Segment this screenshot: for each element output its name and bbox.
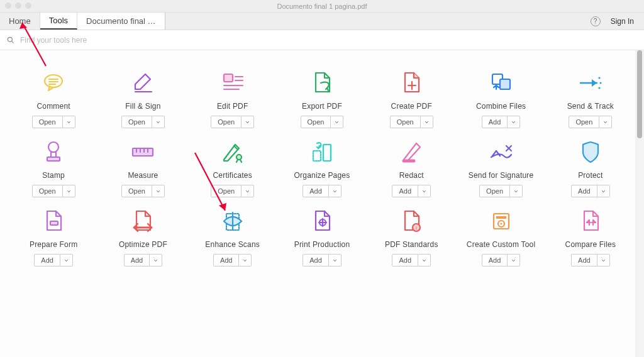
open-button[interactable]: Open xyxy=(479,185,510,197)
open-button[interactable]: Open xyxy=(211,185,242,197)
dropdown-button[interactable] xyxy=(239,254,252,266)
dropdown-button[interactable] xyxy=(421,116,433,128)
open-button[interactable]: Open xyxy=(301,116,331,128)
dropdown-button[interactable] xyxy=(510,185,523,197)
export-pdf-icon[interactable] xyxy=(308,69,336,97)
dropdown-button[interactable] xyxy=(597,185,610,197)
fill-sign-icon[interactable] xyxy=(129,69,157,97)
tool-label: Fill & Sign xyxy=(125,102,160,111)
tool-label: Create Custom Tool xyxy=(467,240,535,249)
dropdown-button[interactable] xyxy=(331,116,343,128)
add-button[interactable]: Add xyxy=(571,254,597,266)
tool-label: Protect xyxy=(578,171,602,180)
add-button[interactable]: Add xyxy=(124,254,150,266)
svg-rect-7 xyxy=(224,74,233,82)
add-button[interactable]: Add xyxy=(213,254,240,266)
svg-line-1 xyxy=(11,41,13,43)
tool-redact: Redact Add xyxy=(370,138,452,197)
dropdown-button[interactable] xyxy=(63,185,75,197)
enhance-scans-icon[interactable] xyxy=(219,207,247,235)
tool-label: Edit PDF xyxy=(217,102,248,111)
add-button[interactable]: Add xyxy=(34,254,60,266)
chevron-down-icon xyxy=(67,120,71,124)
tool-fill-sign: Fill & Sign Open xyxy=(102,69,184,128)
pdf-standards-icon[interactable]: i xyxy=(397,207,425,235)
dropdown-button[interactable] xyxy=(597,254,610,266)
open-button[interactable]: Open xyxy=(569,116,599,128)
add-button[interactable]: Add xyxy=(303,254,329,266)
dropdown-button[interactable] xyxy=(242,116,254,128)
dropdown-button[interactable] xyxy=(418,254,431,266)
svg-rect-24 xyxy=(133,148,153,156)
sign-in-button[interactable]: Sign In xyxy=(611,17,634,26)
redact-icon[interactable] xyxy=(397,138,425,166)
scroll-thumb[interactable] xyxy=(637,50,642,138)
close-icon[interactable] xyxy=(5,3,11,9)
dropdown-button[interactable] xyxy=(63,116,75,128)
measure-icon[interactable] xyxy=(129,138,157,166)
help-icon[interactable]: ? xyxy=(591,16,601,26)
dropdown-button[interactable] xyxy=(152,116,165,128)
certificates-icon[interactable] xyxy=(219,138,247,166)
organize-pages-icon[interactable] xyxy=(308,138,336,166)
dropdown-button[interactable] xyxy=(329,185,341,197)
open-button[interactable]: Open xyxy=(32,116,63,128)
add-button[interactable]: Add xyxy=(482,254,508,266)
open-button[interactable]: Open xyxy=(390,116,421,128)
tool-combine-files: Combine Files Add xyxy=(460,69,541,128)
dropdown-button[interactable] xyxy=(599,116,612,128)
dropdown-button[interactable] xyxy=(242,185,254,197)
dropdown-button[interactable] xyxy=(60,254,73,266)
svg-point-20 xyxy=(598,87,600,89)
add-button[interactable]: Add xyxy=(392,185,418,197)
dropdown-button[interactable] xyxy=(152,185,165,197)
send-signature-icon[interactable] xyxy=(487,138,515,166)
tool-label: Stamp xyxy=(42,171,65,180)
dropdown-button[interactable] xyxy=(418,185,431,197)
combine-files-icon[interactable] xyxy=(487,69,515,97)
create-pdf-icon[interactable] xyxy=(397,69,425,97)
add-button[interactable]: Add xyxy=(571,185,597,197)
svg-point-21 xyxy=(48,142,58,152)
comment-icon[interactable] xyxy=(40,69,67,97)
send-track-icon[interactable] xyxy=(577,69,604,97)
open-button[interactable]: Open xyxy=(121,185,152,197)
optimize-pdf-icon[interactable] xyxy=(129,207,157,235)
compare-files-icon[interactable] xyxy=(577,207,604,235)
tab-document[interactable]: Documento final 1... xyxy=(77,13,165,30)
chevron-down-icon xyxy=(422,258,426,263)
open-button[interactable]: Open xyxy=(211,116,242,128)
dropdown-button[interactable] xyxy=(329,254,341,266)
prepare-form-icon[interactable] xyxy=(40,207,67,235)
search-input[interactable] xyxy=(20,36,209,45)
add-button[interactable]: Add xyxy=(303,185,329,197)
dropdown-button[interactable] xyxy=(508,254,520,266)
minimize-icon[interactable] xyxy=(15,3,21,9)
scrollbar[interactable] xyxy=(635,50,644,357)
svg-point-29 xyxy=(236,155,242,160)
zoom-icon[interactable] xyxy=(25,3,31,9)
dropdown-button[interactable] xyxy=(150,254,162,266)
window-controls[interactable] xyxy=(5,3,31,9)
protect-icon[interactable] xyxy=(577,138,604,166)
print-production-icon[interactable] xyxy=(308,207,336,235)
create-custom-tool-icon[interactable] xyxy=(487,207,515,235)
tool-comment: Comment Open xyxy=(13,69,94,128)
tab-tools[interactable]: Tools xyxy=(40,13,77,30)
tab-home[interactable]: Home xyxy=(0,13,40,30)
dropdown-button[interactable] xyxy=(508,116,520,128)
tool-label: Organize Pages xyxy=(294,171,350,180)
tool-label: Optimize PDF xyxy=(119,240,167,249)
edit-pdf-icon[interactable] xyxy=(219,69,247,97)
chevron-down-icon xyxy=(333,258,337,263)
add-button[interactable]: Add xyxy=(482,116,508,128)
open-button[interactable]: Open xyxy=(121,116,152,128)
add-button[interactable]: Add xyxy=(392,254,418,266)
svg-rect-30 xyxy=(323,145,331,161)
tool-label: PDF Standards xyxy=(385,240,438,249)
chevron-down-icon xyxy=(333,189,337,194)
open-button[interactable]: Open xyxy=(32,185,63,197)
stamp-icon[interactable] xyxy=(40,138,67,166)
chevron-down-icon xyxy=(511,258,516,263)
svg-rect-31 xyxy=(313,151,321,161)
